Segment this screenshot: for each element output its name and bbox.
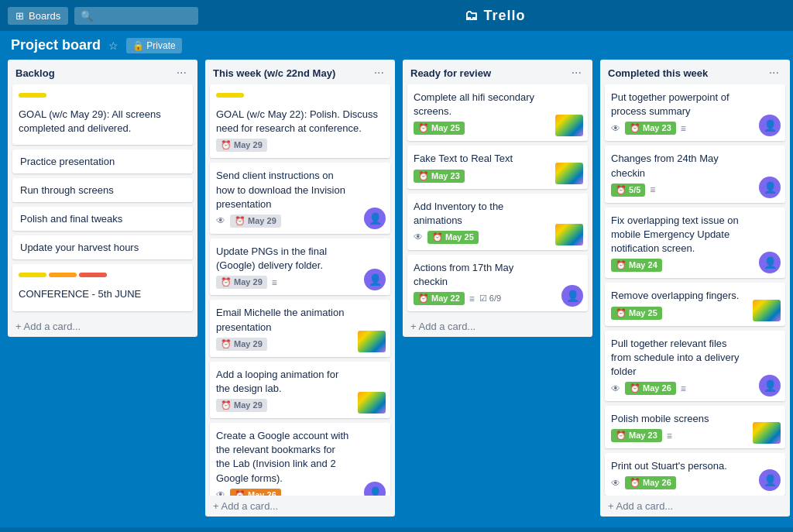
card-title: Update PNGs in the final (Google) delive… bbox=[216, 245, 352, 273]
card-title: Changes from 24th May checkin bbox=[611, 152, 747, 180]
card[interactable]: Create a Google account with the relevan… bbox=[210, 423, 390, 496]
watch-icon: 👁 bbox=[611, 123, 620, 134]
card-title: Create a Google account with the relevan… bbox=[216, 429, 352, 486]
card[interactable]: GOAL (w/c May 29): All screens completed… bbox=[12, 84, 193, 145]
list-completed: Completed this week ··· Put together pow… bbox=[600, 60, 790, 517]
card-title: Fake Text to Real Text bbox=[414, 152, 549, 166]
add-card-button[interactable]: + Add a card... bbox=[403, 316, 592, 337]
card-title: Actions from 17th May checkin bbox=[414, 261, 549, 289]
date-badge: ⏰ May 22 bbox=[414, 292, 465, 305]
card-thumbnail bbox=[753, 422, 781, 444]
card-title: Pull together relevant files from schedu… bbox=[611, 337, 747, 379]
card-thumbnail bbox=[555, 115, 583, 136]
card[interactable]: Run through screens bbox=[12, 178, 193, 202]
card-thumbnail bbox=[555, 224, 583, 245]
card[interactable]: Update your harvest hours bbox=[12, 235, 193, 259]
description-icon: ≡ bbox=[469, 293, 475, 304]
card-avatar: 👤 bbox=[364, 482, 386, 496]
star-icon[interactable]: ☆ bbox=[108, 39, 118, 52]
label-bar bbox=[216, 93, 244, 98]
card[interactable]: Polish and final tweaks bbox=[12, 207, 193, 231]
card-avatar: 👤 bbox=[759, 375, 781, 396]
card-title: Run through screens bbox=[20, 184, 114, 196]
list-this-week: This week (w/c 22nd May) ··· GOAL (w/c M… bbox=[205, 60, 395, 517]
card[interactable]: Changes from 24th May checkin ⏰ 5/5≡ 👤 bbox=[605, 146, 785, 202]
card-title: Remove overlapping fingers. bbox=[611, 289, 747, 303]
list-menu-button[interactable]: ··· bbox=[766, 66, 782, 80]
date-badge: ⏰ May 26 bbox=[625, 382, 676, 395]
list-backlog: Backlog ··· GOAL (w/c May 29): All scree… bbox=[8, 60, 197, 337]
card[interactable]: Remove overlapping fingers. ⏰ May 25 bbox=[605, 283, 785, 325]
card[interactable]: Practice presentation bbox=[12, 149, 193, 173]
date-badge: ⏰ May 29 bbox=[216, 276, 267, 289]
list-menu-button[interactable]: ··· bbox=[371, 66, 387, 80]
description-icon: ≡ bbox=[681, 123, 686, 134]
card-thumbnail bbox=[555, 163, 583, 184]
card[interactable]: Add a looping animation for the design l… bbox=[210, 362, 390, 418]
label-bar bbox=[79, 273, 107, 277]
card[interactable]: Print out Stuart's persona. 👁⏰ May 26 👤 bbox=[605, 453, 785, 496]
label-bar bbox=[19, 273, 46, 277]
boards-label: Boards bbox=[29, 10, 60, 22]
card-title: Practice presentation bbox=[20, 156, 115, 167]
watch-icon: 👁 bbox=[216, 489, 225, 496]
card[interactable]: Actions from 17th May checkin ⏰ May 22≡☑… bbox=[407, 255, 588, 311]
list-menu-button[interactable]: ··· bbox=[568, 66, 585, 80]
date-badge: ⏰ May 25 bbox=[414, 122, 465, 135]
list-cards: GOAL (w/c May 22): Polish. Discuss need … bbox=[205, 84, 395, 496]
card[interactable]: Email Michelle the animation presentatio… bbox=[210, 300, 390, 356]
add-card-button[interactable]: + Add a card... bbox=[205, 496, 395, 517]
list-cards: GOAL (w/c May 29): All screens completed… bbox=[8, 84, 197, 316]
search-input[interactable] bbox=[74, 7, 198, 25]
date-badge: ⏰ May 23 bbox=[625, 122, 676, 135]
list-title: This week (w/c 22nd May) bbox=[213, 67, 335, 79]
list-menu-button[interactable]: ··· bbox=[173, 66, 190, 80]
card-avatar: 👤 bbox=[561, 285, 583, 307]
boards-button[interactable]: ⊞ Boards bbox=[8, 7, 68, 25]
card-title: Add Inventory to the animations bbox=[414, 200, 549, 228]
list-title: Completed this week bbox=[608, 67, 708, 79]
date-badge: ⏰ May 29 bbox=[216, 399, 267, 412]
card-title: CONFERENCE - 5th JUNE bbox=[19, 287, 187, 301]
list-header: Ready for review ··· bbox=[403, 60, 592, 84]
card-thumbnail bbox=[358, 392, 386, 414]
card[interactable]: Fix overlapping text issue on mobile Eme… bbox=[605, 208, 785, 279]
card[interactable]: Fake Text to Real Text ⏰ May 23 bbox=[407, 146, 588, 188]
card[interactable]: Put together powerpoint of process summa… bbox=[605, 84, 785, 141]
card-title: Polish mobile screens bbox=[611, 412, 747, 426]
card-avatar: 👤 bbox=[759, 469, 781, 491]
boards-icon: ⊞ bbox=[15, 10, 24, 22]
card-avatar: 👤 bbox=[759, 115, 781, 136]
card[interactable]: CONFERENCE - 5th JUNE bbox=[12, 264, 193, 311]
date-badge: ⏰ May 29 bbox=[230, 215, 281, 228]
label-bar bbox=[19, 93, 46, 98]
board-content: Backlog ··· GOAL (w/c May 29): All scree… bbox=[0, 60, 793, 524]
card-title: Polish and final tweaks bbox=[20, 213, 122, 225]
add-card-button[interactable]: + Add a card... bbox=[8, 316, 197, 337]
card[interactable]: Update PNGs in the final (Google) delive… bbox=[210, 239, 390, 295]
board-title: Project board bbox=[11, 37, 101, 53]
card-title: Fix overlapping text issue on mobile Eme… bbox=[611, 214, 747, 256]
trello-logo: 🗂 Trello bbox=[204, 8, 785, 24]
date-badge: ⏰ 5/5 bbox=[611, 184, 645, 197]
date-badge: ⏰ May 26 bbox=[230, 489, 281, 496]
card[interactable]: Complete all hifi secondary screens. ⏰ M… bbox=[407, 84, 588, 141]
card-title: GOAL (w/c May 29): All screens completed… bbox=[19, 108, 187, 136]
card-thumbnail bbox=[358, 331, 386, 352]
card-avatar: 👤 bbox=[364, 208, 386, 229]
top-nav: ⊞ Boards 🗂 Trello bbox=[0, 0, 793, 31]
list-title: Backlog bbox=[15, 67, 55, 79]
card[interactable]: Add Inventory to the animations 👁⏰ May 2… bbox=[407, 194, 588, 250]
card[interactable]: Polish mobile screens ⏰ May 23≡ bbox=[605, 406, 785, 448]
description-icon: ≡ bbox=[650, 184, 655, 195]
description-icon: ≡ bbox=[681, 383, 686, 394]
card[interactable]: Pull together relevant files from schedu… bbox=[605, 331, 785, 402]
watch-icon: 👁 bbox=[414, 232, 423, 242]
date-badge: ⏰ May 24 bbox=[611, 259, 662, 272]
card[interactable]: Send client instructions on how to downl… bbox=[210, 163, 390, 234]
add-card-button[interactable]: + Add a card... bbox=[600, 496, 790, 517]
card-title: Add a looping animation for the design l… bbox=[216, 368, 352, 396]
board-visibility[interactable]: 🔒 Private bbox=[126, 38, 182, 53]
card[interactable]: GOAL (w/c May 22): Polish. Discuss need … bbox=[210, 84, 390, 158]
card-avatar: 👤 bbox=[759, 177, 781, 198]
